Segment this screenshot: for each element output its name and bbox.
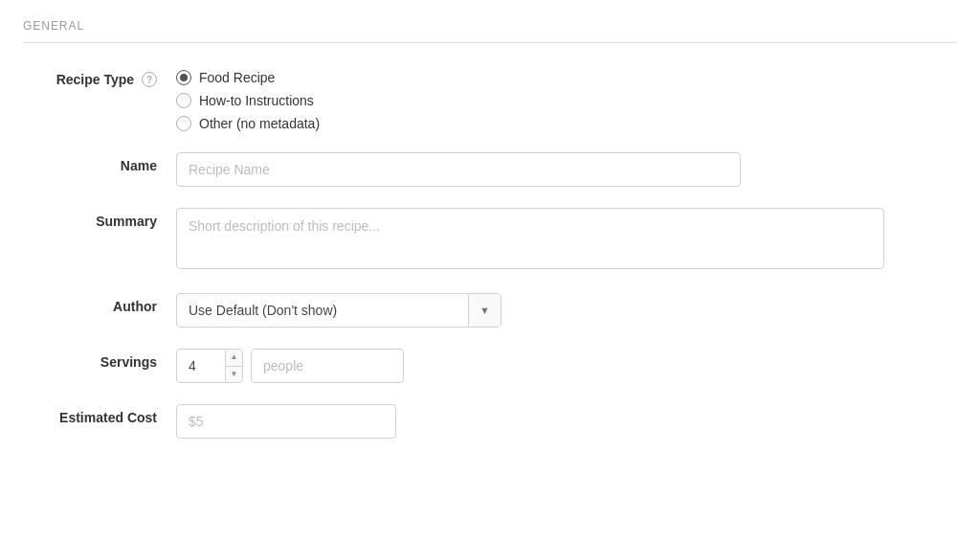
author-select[interactable]: Use Default (Don't show) Show Author Hid… [177,294,501,327]
radio-food-recipe[interactable]: Food Recipe [176,70,957,85]
radio-howto[interactable]: How-to Instructions [176,93,957,108]
servings-number-wrapper: ▲ ▼ [176,349,243,383]
servings-number-input[interactable] [177,350,225,382]
summary-label: Summary [23,208,176,229]
recipe-type-control: Food Recipe How-to Instructions Other (n… [176,66,957,131]
author-control: Use Default (Don't show) Show Author Hid… [176,293,957,328]
radio-other-input[interactable] [176,116,191,131]
estimated-cost-label: Estimated Cost [23,404,176,425]
estimated-cost-input[interactable] [176,404,396,439]
servings-control: ▲ ▼ [176,349,957,383]
summary-control [176,208,957,272]
name-row: Name [23,152,957,187]
section-title: GENERAL [23,19,84,33]
author-label: Author [23,293,176,314]
radio-howto-label: How-to Instructions [199,93,314,108]
author-row: Author Use Default (Don't show) Show Aut… [23,293,957,328]
recipe-type-radio-group: Food Recipe How-to Instructions Other (n… [176,66,957,131]
radio-howto-input[interactable] [176,93,191,108]
radio-other[interactable]: Other (no metadata) [176,116,957,131]
servings-decrement-button[interactable]: ▼ [226,367,242,383]
section-header: GENERAL [23,19,957,43]
author-select-wrapper[interactable]: Use Default (Don't show) Show Author Hid… [176,293,501,328]
name-label: Name [23,152,176,173]
servings-spinners: ▲ ▼ [225,350,242,382]
servings-label: Servings [23,349,176,370]
servings-increment-button[interactable]: ▲ [226,350,242,367]
radio-other-label: Other (no metadata) [199,116,320,131]
radio-food-recipe-label: Food Recipe [199,70,275,85]
page-container: GENERAL Recipe Type ? Food Recipe How-to… [0,0,980,543]
radio-food-recipe-input[interactable] [176,70,191,85]
summary-row: Summary [23,208,957,272]
servings-unit-input[interactable] [251,349,404,383]
summary-textarea[interactable] [176,208,884,269]
estimated-cost-control [176,404,957,439]
name-input[interactable] [176,152,741,187]
servings-row: Servings ▲ ▼ [23,349,957,383]
recipe-type-label: Recipe Type ? [23,66,176,88]
recipe-type-help-icon[interactable]: ? [142,72,157,87]
recipe-type-row: Recipe Type ? Food Recipe How-to Instruc… [23,66,957,131]
servings-group: ▲ ▼ [176,349,957,383]
estimated-cost-row: Estimated Cost [23,404,957,439]
name-control [176,152,957,187]
